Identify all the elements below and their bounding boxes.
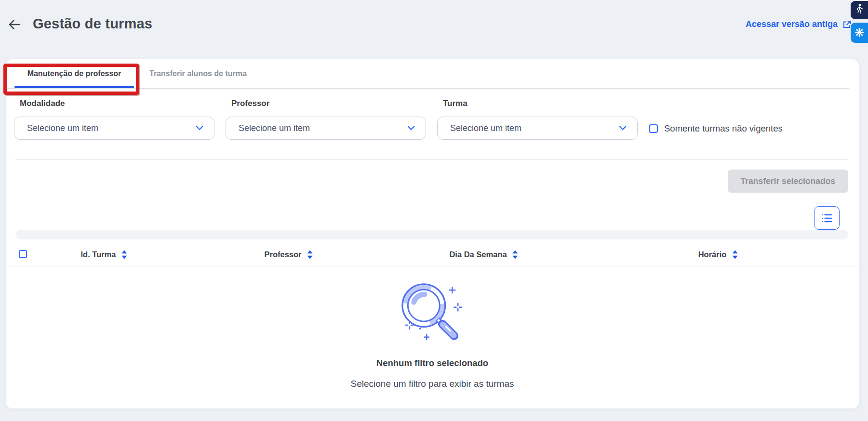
chatgpt-logo-icon: ❋ [855, 27, 864, 39]
turma-select-value: Selecione um item [450, 123, 619, 133]
only-inactive-classes-filter: Somente turmas não vigentes [649, 123, 783, 134]
column-header-horario[interactable]: Horário [698, 243, 738, 266]
column-header-dia-da-semana[interactable]: Dia Da Semana [449, 243, 518, 266]
tab-label: Transferir alunos de turma [149, 69, 247, 78]
professor-select[interactable]: Selecione um item [226, 117, 426, 140]
column-header-professor[interactable]: Professor [264, 243, 313, 266]
chevron-down-icon [619, 126, 627, 131]
back-button[interactable] [7, 17, 23, 32]
sort-icon[interactable] [121, 250, 128, 259]
active-tab-underline [14, 86, 134, 88]
magnifier-illustration-icon [399, 281, 466, 345]
turma-select[interactable]: Selecione um item [437, 117, 638, 140]
chatgpt-widget-button[interactable]: ❋ [851, 23, 868, 43]
back-arrow-icon [7, 25, 22, 33]
legacy-version-link-label: Acessar versão antiga [746, 19, 838, 29]
modalidade-label: Modalidade [20, 99, 65, 108]
page-title: Gestão de turmas [33, 16, 152, 32]
tab-manutencao-de-professor[interactable]: Manutenção de professor [13, 59, 135, 88]
modalidade-select[interactable]: Selecione um item [14, 117, 214, 140]
legacy-version-link[interactable]: Acessar versão antiga [746, 19, 852, 29]
table-header-row: Id. Turma Professor Dia Da Semana Horári… [6, 243, 859, 266]
turma-label: Turma [443, 99, 467, 108]
walking-person-icon [855, 3, 864, 17]
page: Gestão de turmas Acessar versão antiga ❋… [0, 0, 868, 421]
professor-label: Professor [231, 99, 269, 108]
horizontal-scrollbar-track[interactable] [15, 230, 848, 239]
tab-bar: Manutenção de professor Transferir aluno… [6, 59, 849, 89]
external-link-icon [842, 20, 852, 29]
chevron-down-icon [196, 126, 203, 131]
only-inactive-checkbox-label: Somente turmas não vigentes [664, 123, 783, 134]
empty-state: Nenhum filtro selecionado Selecione um f… [6, 281, 859, 389]
chevron-down-icon [407, 126, 415, 131]
sort-icon[interactable] [307, 250, 313, 259]
modalidade-select-value: Selecione um item [27, 123, 196, 133]
sort-icon[interactable] [732, 250, 738, 259]
only-inactive-checkbox[interactable] [649, 124, 658, 133]
professor-select-value: Selecione um item [239, 123, 407, 133]
section-divider [15, 159, 848, 160]
tab-transferir-alunos-de-turma[interactable]: Transferir alunos de turma [135, 59, 261, 88]
content-card: Manutenção de professor Transferir aluno… [6, 59, 859, 408]
tab-label: Manutenção de professor [27, 69, 121, 78]
column-header-id-turma[interactable]: Id. Turma [80, 243, 127, 266]
empty-state-title: Nenhum filtro selecionado [376, 358, 488, 368]
list-view-button[interactable] [814, 206, 840, 230]
list-icon [821, 213, 833, 224]
transfer-selected-button[interactable]: Transferir selecionados [728, 170, 848, 193]
accessibility-widget-button[interactable] [851, 1, 868, 19]
select-all-checkbox[interactable] [19, 250, 27, 258]
sort-icon[interactable] [512, 250, 519, 259]
empty-state-subtitle: Selecione um filtro para exibir as turma… [351, 379, 514, 389]
